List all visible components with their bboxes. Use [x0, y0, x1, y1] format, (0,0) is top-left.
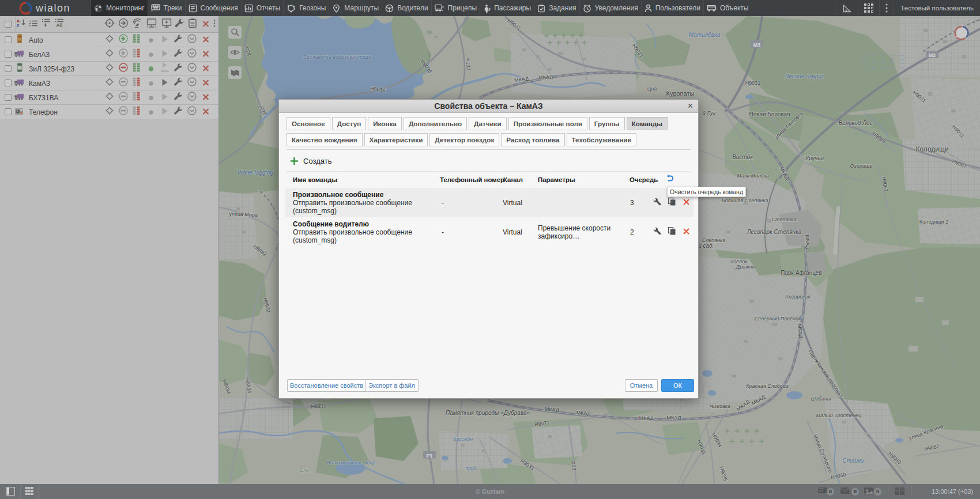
svg-text:МКАД: МКАД [666, 415, 681, 421]
svg-text:Ангарская: Ангарская [785, 294, 811, 300]
svg-text:Лесное озерцо: Лесное озерцо [784, 73, 825, 80]
svg-text:Малый Тростенец: Малый Тростенец [816, 413, 861, 418]
svg-text:Чижовка: Чижовка [710, 403, 730, 409]
svg-text:Цна: Цна [647, 86, 657, 92]
svg-text:Большая Слепянка: Большая Слепянка [722, 198, 768, 203]
svg-text:gprs: gprs [161, 69, 169, 73]
svg-text:Ель: Ель [300, 467, 309, 473]
svg-text:М3: М3 [753, 42, 761, 48]
svg-text:Степянка: Степянка [772, 217, 797, 222]
svg-text:МКАД: МКАД [544, 406, 559, 413]
svg-text:М2: М2 [929, 52, 936, 58]
svg-text:осёлок: осёлок [731, 259, 748, 264]
svg-text:Памятник природы «Дубрава»: Памятник природы «Дубрава» [446, 410, 530, 416]
svg-text:Восток: Восток [732, 154, 753, 160]
svg-text:Шабаны: Шабаны [811, 396, 831, 402]
svg-text:Р1: Р1 [426, 453, 432, 459]
svg-text:МКАД: МКАД [576, 410, 591, 417]
svg-text:Маяк Минска: Маяк Минска [737, 173, 768, 179]
svg-text:МКАД: МКАД [639, 415, 653, 421]
svg-text:Н8931: Н8931 [311, 403, 326, 409]
svg-text:Куропаты: Куропаты [666, 90, 695, 97]
svg-text:Северный Посёлок: Северный Посёлок [755, 316, 801, 322]
svg-text:Парк Афганцев: Парк Афганцев [781, 270, 821, 276]
svg-text:All: All [56, 22, 63, 28]
svg-text:Великий Лес: Великий Лес [838, 120, 872, 126]
svg-text:й Луг: й Луг [703, 110, 716, 116]
svg-text:Новая Боровая: Новая Боровая [749, 111, 790, 118]
svg-text:Озерище: Озерище [850, 163, 873, 169]
svg-text:бассейн: бассейн [453, 436, 473, 442]
svg-text:Колодищи: Колодищи [915, 145, 948, 153]
svg-text:Стайки: Стайки [843, 458, 864, 464]
svg-text:Н9031: Н9031 [745, 80, 761, 86]
svg-text:Заславское водохранилище: Заславское водохранилище [303, 54, 371, 60]
svg-text:Матилёвка: Матилёвка [689, 32, 721, 38]
svg-text:пруд: пруд [465, 466, 476, 471]
svg-text:Волчковичское вдхр.: Волчковичское вдхр. [327, 460, 377, 466]
svg-text:МКАД: МКАД [804, 235, 811, 250]
svg-text:Красная Слобода: Красная Слобода [746, 383, 789, 389]
svg-text:Z: Z [17, 23, 20, 28]
svg-text:Лесопарк Степянка: Лесопарк Степянка [747, 229, 802, 235]
svg-text:Дражня: Дражня [736, 264, 755, 270]
svg-text:Уручье: Уручье [805, 155, 824, 161]
svg-text:Water-logging: Water-logging [238, 169, 273, 176]
svg-text:Колодищи 2: Колодищи 2 [919, 219, 948, 225]
